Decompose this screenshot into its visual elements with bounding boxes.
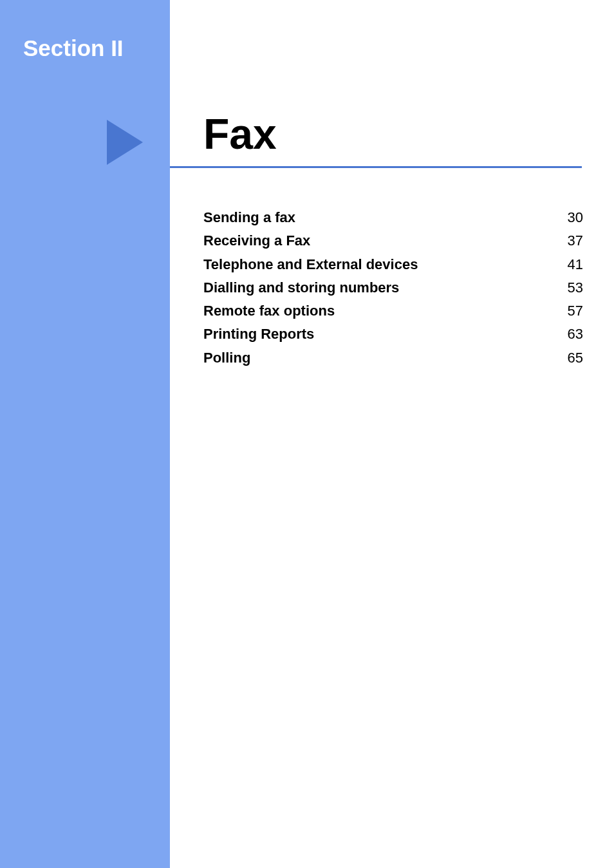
toc-page: 53 bbox=[568, 276, 583, 299]
toc-row[interactable]: Dialling and storing numbers 53 bbox=[203, 276, 583, 299]
toc-page: 57 bbox=[568, 299, 583, 323]
page-heading: Fax bbox=[203, 109, 277, 158]
toc-page: 41 bbox=[568, 253, 583, 276]
toc-row[interactable]: Remote fax options 57 bbox=[203, 299, 583, 323]
toc-label: Dialling and storing numbers bbox=[203, 276, 399, 299]
triangle-icon bbox=[107, 120, 143, 165]
toc-row[interactable]: Sending a fax 30 bbox=[203, 206, 583, 229]
toc-row[interactable]: Receiving a Fax 37 bbox=[203, 229, 583, 252]
toc-page: 30 bbox=[568, 206, 583, 229]
heading-underline bbox=[170, 166, 582, 168]
sidebar bbox=[0, 0, 170, 868]
section-label: Section II bbox=[23, 35, 124, 61]
toc-page: 37 bbox=[568, 229, 583, 252]
toc-label: Remote fax options bbox=[203, 299, 335, 323]
toc-label: Sending a fax bbox=[203, 206, 295, 229]
toc-label: Printing Reports bbox=[203, 323, 314, 346]
toc-label: Polling bbox=[203, 346, 250, 370]
toc-page: 65 bbox=[568, 346, 583, 370]
toc-label: Telephone and External devices bbox=[203, 253, 418, 276]
toc-page: 63 bbox=[568, 323, 583, 346]
toc-row[interactable]: Printing Reports 63 bbox=[203, 323, 583, 346]
toc-label: Receiving a Fax bbox=[203, 229, 310, 252]
toc-row[interactable]: Polling 65 bbox=[203, 346, 583, 370]
table-of-contents: Sending a fax 30 Receiving a Fax 37 Tele… bbox=[203, 206, 583, 370]
toc-row[interactable]: Telephone and External devices 41 bbox=[203, 253, 583, 276]
